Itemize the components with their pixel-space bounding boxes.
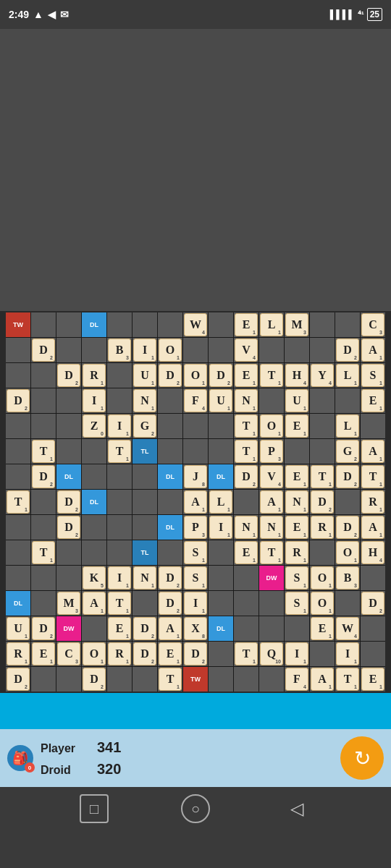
cell-3-4 [107, 388, 132, 413]
cell-7-1 [31, 490, 56, 514]
tile-4-10: O1 [260, 414, 283, 438]
tile-letter-10-11: S [294, 572, 300, 584]
tile-letter-4-9: T [243, 420, 251, 432]
tile-score-13-2: 3 [75, 659, 78, 664]
tile-letter-2-10: T [268, 370, 276, 381]
cell-9-12 [310, 540, 335, 565]
back-button[interactable]: ○ [181, 794, 210, 823]
cell-13-10: Q10 [259, 642, 284, 666]
tile-2-7: O1 [184, 364, 207, 387]
tile-score-11-3: 1 [101, 608, 104, 613]
cell-10-10: DW [259, 566, 284, 590]
tile-7-2: D2 [57, 490, 80, 514]
tile-10-3: K5 [83, 566, 106, 590]
tile-letter-3-3: I [92, 395, 96, 407]
cell-4-14 [361, 414, 385, 438]
cell-7-13 [335, 490, 360, 514]
status-bar: 2:49 ▲ ◀ ✉ ▌▌▌▌ ⁴¹ 25 [0, 0, 391, 29]
player-score: 341 [97, 736, 121, 758]
tile-6-11: E1 [285, 465, 308, 488]
tile-letter-5-9: T [243, 446, 251, 457]
tile-letter-6-13: D [343, 471, 352, 482]
tile-letter-13-11: I [295, 648, 299, 660]
tile-score-5-9: 1 [253, 456, 256, 461]
cell-6-0 [6, 464, 30, 489]
cell-2-7: O1 [183, 363, 208, 388]
tile-score-8-7: 3 [202, 532, 205, 537]
tile-10-13: B3 [336, 566, 359, 590]
cell-5-9: T1 [234, 439, 258, 464]
tile-letter-0-11: M [291, 319, 302, 331]
cell-13-12 [310, 642, 335, 666]
tile-1-1: D2 [32, 339, 55, 362]
tile-3-11: U1 [285, 389, 308, 412]
tile-letter-11-11: S [294, 597, 300, 609]
tile-score-9-11: 1 [303, 558, 306, 563]
tile-score-7-2: 2 [75, 507, 78, 512]
tile-score-3-7: 4 [202, 406, 205, 411]
tile-letter-0-9: E [243, 319, 251, 331]
cell-12-12: E1 [310, 616, 335, 641]
cell-5-6 [158, 439, 182, 464]
tile-7-0: T1 [7, 490, 30, 514]
cell-8-9: N1 [234, 515, 258, 540]
player-badge: 0 [25, 762, 35, 773]
tile-6-10: V4 [260, 465, 283, 488]
tile-score-0-14: 3 [379, 330, 382, 335]
cell-11-12: O1 [310, 591, 335, 616]
cell-3-10 [259, 388, 284, 413]
tile-13-1: E1 [32, 642, 55, 665]
cell-14-14: E1 [361, 667, 385, 692]
tile-score-13-0: 1 [25, 659, 28, 664]
tile-score-14-11: 4 [303, 684, 306, 689]
status-right: ▌▌▌▌ ⁴¹ 25 [330, 8, 382, 21]
cell-0-14: C3 [361, 312, 385, 337]
tile-9-14: H4 [361, 541, 384, 564]
cell-11-7: I1 [183, 591, 208, 616]
tile-letter-2-12: Y [318, 370, 327, 381]
cell-12-13: W4 [335, 616, 360, 641]
tile-score-14-12: 1 [329, 684, 332, 689]
cell-3-7: F4 [183, 388, 208, 413]
tile-letter-8-12: R [318, 522, 327, 533]
tile-letter-14-0: D [14, 673, 22, 685]
tile-score-11-11: 1 [303, 608, 306, 613]
cell-11-13 [335, 591, 360, 616]
tile-score-2-11: 4 [303, 380, 306, 386]
tile-13-11: I1 [285, 642, 308, 665]
tile-0-11: M3 [285, 313, 308, 336]
cell-14-9 [234, 667, 258, 692]
cell-5-4: T1 [107, 439, 132, 464]
cell-8-14: A1 [361, 515, 385, 540]
tile-score-4-11: 1 [303, 431, 306, 436]
cell-1-14: A1 [361, 338, 385, 362]
tile-letter-3-11: U [293, 395, 301, 407]
tile-score-2-10: 1 [278, 380, 281, 386]
tile-14-14: E1 [361, 668, 384, 691]
tile-letter-3-9: N [242, 395, 251, 407]
tile-score-11-12: 1 [329, 608, 332, 613]
cell-2-8: D2 [209, 363, 233, 388]
tile-10-5: N1 [133, 566, 156, 590]
cell-13-6: E1 [158, 642, 182, 666]
recent-button[interactable]: ◁ [282, 794, 311, 823]
cell-5-14: A1 [361, 439, 385, 464]
cell-4-3: Z0 [82, 414, 106, 438]
tile-letter-14-6: T [167, 673, 175, 685]
tile-letter-2-7: O [191, 370, 200, 381]
cell-9-1: T1 [31, 540, 56, 565]
cell-3-2 [56, 388, 81, 413]
cell-5-3 [82, 439, 106, 464]
tile-14-11: F4 [285, 668, 308, 691]
tile-score-9-14: 4 [379, 558, 382, 563]
tile-letter-8-13: D [343, 522, 352, 533]
cell-1-13: D2 [335, 338, 360, 362]
home-button[interactable]: □ [80, 794, 109, 823]
tile-1-6: O1 [159, 339, 182, 362]
cell-6-13: D2 [335, 464, 360, 489]
tile-letter-10-6: D [166, 572, 175, 584]
tile-8-11: E1 [285, 516, 308, 539]
refresh-button[interactable]: ↻ [340, 736, 384, 780]
tile-6-9: D2 [235, 465, 258, 488]
cell-0-3: DL [82, 312, 106, 337]
